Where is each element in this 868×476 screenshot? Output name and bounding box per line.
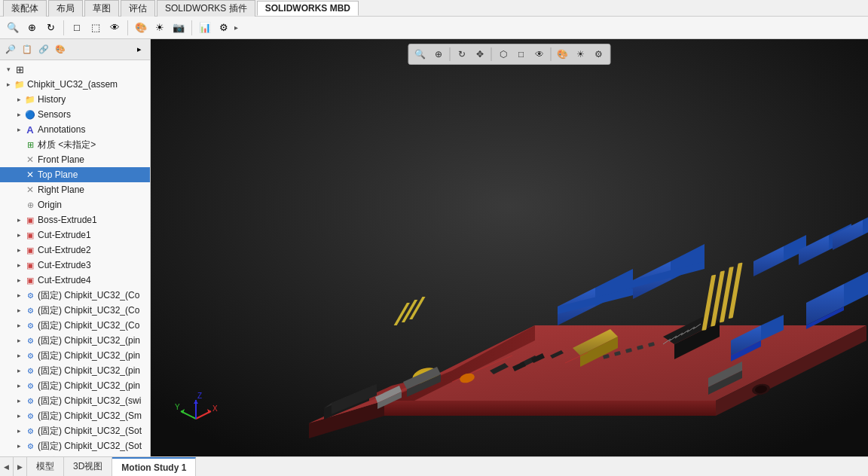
vt-appearance[interactable]: 🎨 <box>555 46 571 63</box>
cutextrude4-icon: ▣ <box>24 274 36 286</box>
panel-icon-search[interactable]: 🔎 <box>3 42 18 57</box>
comp2-expand: ▸ <box>14 305 24 316</box>
topplane-icon: ✕ <box>24 169 36 181</box>
tree-item-comp11[interactable]: ▸ ⚙ (固定) Chipkit_UC32_(Sot <box>0 438 150 453</box>
vt-hide-show[interactable]: 👁 <box>531 46 548 63</box>
annotations-label: Annotations <box>38 124 85 135</box>
tree-item-annotations[interactable]: ▸ A Annotations <box>0 122 150 137</box>
menu-tab-sw-plugin[interactable]: SOLIDWORKS 插件 <box>157 0 255 17</box>
toolbar-settings[interactable]: ⚙ <box>215 20 232 36</box>
vt-orientation[interactable]: ⬡ <box>495 46 512 63</box>
tree-item-cut-extrude3[interactable]: ▸ ▣ Cut-Extrude3 <box>0 258 150 273</box>
tree-item-comp1[interactable]: ▸ ⚙ (固定) Chipkit_UC32_(Co <box>0 288 150 303</box>
status-tab-3dview[interactable]: 3D视图 <box>64 457 112 476</box>
3d-viewport[interactable]: X Y Z 🔍 ⊕ ↻ ✥ ⬡ □ 👁 🎨 ☀ ⚙ <box>151 39 868 456</box>
tree-filter-row[interactable]: ▾ ⊞ <box>0 62 150 77</box>
toolbar-rotate[interactable]: ↻ <box>42 20 59 36</box>
tree-item-comp3[interactable]: ▸ ⚙ (固定) Chipkit_UC32_(Co <box>0 318 150 333</box>
tree-item-comp12[interactable]: ▸ ⚙ (固定) Chipkit_UC32_(Sot <box>0 453 150 456</box>
comp5-icon: ⚙ <box>24 349 36 362</box>
tree-item-boss-extrude1[interactable]: ▸ ▣ Boss-Extrude1 <box>0 212 150 227</box>
vt-zoom-in[interactable]: ⊕ <box>430 46 447 63</box>
bossextrude1-icon: ▣ <box>24 214 36 226</box>
vt-rotate[interactable]: ↻ <box>454 46 470 63</box>
tree-item-cut-extrude2[interactable]: ▸ ▣ Cut-Extrude2 <box>0 243 150 258</box>
toolbar-hide-show[interactable]: 👁 <box>106 20 123 36</box>
tree-item-origin[interactable]: ⊕ Origin <box>0 197 150 212</box>
tree-item-top-plane[interactable]: ✕ Top Plane <box>0 167 150 182</box>
tree-item-right-plane[interactable]: ✕ Right Plane <box>0 182 150 197</box>
comp3-expand: ▸ <box>14 320 24 331</box>
tree-item-material[interactable]: ⊞ 材质 <未指定> <box>0 137 150 152</box>
status-tab-model[interactable]: 模型 <box>27 457 64 476</box>
tree-item-cut-extrude4[interactable]: ▸ ▣ Cut-Extrude4 <box>0 273 150 288</box>
panel-icon-properties[interactable]: 📋 <box>20 42 35 57</box>
comp10-label: (固定) Chipkit_UC32_(Sot <box>38 425 142 438</box>
toolbar-zoom-fit[interactable]: 🔍 <box>5 20 21 36</box>
cutextrude1-icon: ▣ <box>24 229 36 241</box>
menu-tab-evaluate[interactable]: 评估 <box>121 0 155 17</box>
vt-zoom-fit[interactable]: 🔍 <box>412 46 429 63</box>
cutextrude4-expand: ▸ <box>14 275 24 285</box>
tree-item-comp9[interactable]: ▸ ⚙ (固定) Chipkit_UC32_(Sm <box>0 408 150 423</box>
toolbar-separator-3 <box>191 20 192 35</box>
status-tab-motion-study[interactable]: Motion Study 1 <box>112 457 196 476</box>
comp1-label: (固定) Chipkit_UC32_(Co <box>38 289 139 302</box>
menu-tab-sketch[interactable]: 草图 <box>84 0 119 17</box>
tree-item-comp5[interactable]: ▸ ⚙ (固定) Chipkit_UC32_(pin <box>0 348 150 363</box>
menu-tab-assemble[interactable]: 装配体 <box>3 0 47 17</box>
tree-item-comp7[interactable]: ▸ ⚙ (固定) Chipkit_UC32_(pin <box>0 378 150 393</box>
toolbar-analysis[interactable]: 📊 <box>197 20 213 36</box>
vt-pan[interactable]: ✥ <box>472 46 488 63</box>
vt-display[interactable]: □ <box>513 46 530 63</box>
tree-item-comp4[interactable]: ▸ ⚙ (固定) Chipkit_UC32_(pin <box>0 333 150 348</box>
cutextrude2-label: Cut-Extrude2 <box>38 245 91 255</box>
tree-item-comp6[interactable]: ▸ ⚙ (固定) Chipkit_UC32_(pin <box>0 363 150 378</box>
svg-marker-3 <box>384 401 716 416</box>
panel-expand-arrow[interactable]: ▸ <box>132 42 147 57</box>
toolbar-zoom-in[interactable]: ⊕ <box>23 20 40 36</box>
toolbar-display-style[interactable]: □ <box>69 20 85 36</box>
tree-item-comp10[interactable]: ▸ ⚙ (固定) Chipkit_UC32_(Sot <box>0 423 150 438</box>
comp2-icon: ⚙ <box>24 304 36 316</box>
comp1-expand: ▸ <box>14 290 24 301</box>
filter-expand: ▾ <box>3 64 14 75</box>
comp7-icon: ⚙ <box>24 380 36 392</box>
bossextrude1-expand: ▸ <box>14 215 24 225</box>
toolbar-scene[interactable]: ☀ <box>151 20 168 36</box>
tree-item-history[interactable]: ▸ 📁 History <box>0 92 150 107</box>
material-label: 材质 <未指定> <box>38 139 96 151</box>
toolbar-row: 🔍 ⊕ ↻ □ ⬚ 👁 🎨 ☀ 📷 📊 ⚙ ▸ <box>0 17 868 39</box>
comp3-label: (固定) Chipkit_UC32_(Co <box>38 319 139 332</box>
vt-scene[interactable]: ☀ <box>573 46 589 63</box>
rightplane-expand <box>14 185 24 195</box>
tree-item-sensors[interactable]: ▸ 🔵 Sensors <box>0 107 150 122</box>
toolbar-camera[interactable]: 📷 <box>170 20 187 36</box>
vt-settings[interactable]: ⚙ <box>591 46 607 63</box>
status-next[interactable]: ▶ <box>14 457 27 476</box>
tree-item-comp8[interactable]: ▸ ⚙ (固定) Chipkit_UC32_(swi <box>0 393 150 408</box>
tree-item-cut-extrude1[interactable]: ▸ ▣ Cut-Extrude1 <box>0 227 150 243</box>
menu-tab-sw-mbd[interactable]: SOLIDWORKS MBD <box>257 1 359 16</box>
toolbar-materials[interactable]: 🎨 <box>133 20 149 36</box>
menu-bar: 装配体 布局 草图 评估 SOLIDWORKS 插件 SOLIDWORKS MB… <box>0 0 868 17</box>
comp9-icon: ⚙ <box>24 410 36 422</box>
panel-icon-link[interactable]: 🔗 <box>36 42 51 57</box>
status-prev[interactable]: ◀ <box>0 457 14 476</box>
tree-item-root[interactable]: ▸ 📁 Chipkit_UC32_(assem <box>0 77 150 92</box>
comp8-label: (固定) Chipkit_UC32_(swi <box>38 395 141 407</box>
menu-tab-layout[interactable]: 布局 <box>48 0 83 17</box>
toolbar-separator-1 <box>63 20 64 35</box>
origin-expand <box>14 200 24 210</box>
view-toolbar: 🔍 ⊕ ↻ ✥ ⬡ □ 👁 🎨 ☀ ⚙ <box>408 44 611 65</box>
tree-item-front-plane[interactable]: ✕ Front Plane <box>0 152 150 167</box>
svg-text:X: X <box>212 404 218 413</box>
tree-item-comp2[interactable]: ▸ ⚙ (固定) Chipkit_UC32_(Co <box>0 303 150 318</box>
status-bar: ◀ ▶ 模型 3D视图 Motion Study 1 <box>0 456 868 476</box>
origin-icon: ⊕ <box>24 199 36 211</box>
panel-icon-appearance[interactable]: 🎨 <box>53 42 68 57</box>
toolbar-overflow[interactable]: ▸ <box>234 23 238 32</box>
comp12-icon: ⚙ <box>24 455 36 456</box>
cutextrude1-expand: ▸ <box>14 230 24 240</box>
toolbar-wireframe[interactable]: ⬚ <box>87 20 104 36</box>
